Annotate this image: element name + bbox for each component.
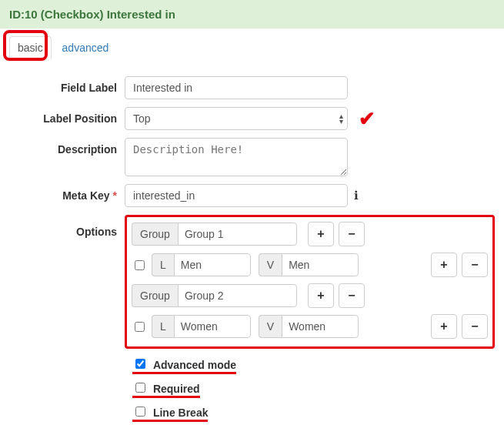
- annotation-check-mark: ✔: [359, 107, 375, 131]
- label-label-position: Label Position: [9, 107, 125, 125]
- label-advanced-mode: Advanced mode: [153, 359, 236, 371]
- tab-basic[interactable]: basic: [9, 36, 52, 59]
- textarea-description[interactable]: [125, 138, 348, 176]
- input-option-value[interactable]: [282, 315, 359, 338]
- label-options: Options: [9, 215, 125, 238]
- label-required: Required: [153, 383, 200, 395]
- addon-v: V: [259, 253, 282, 276]
- option-group-row: Group + −: [132, 222, 488, 246]
- option-item-row: L V + −: [132, 253, 488, 277]
- required-star-icon: *: [113, 189, 117, 202]
- checkbox-advanced-mode[interactable]: [135, 359, 145, 369]
- label-description: Description: [9, 138, 125, 156]
- checkbox-line-break[interactable]: [135, 407, 145, 417]
- addon-l: L: [152, 253, 174, 276]
- line-break-row: Line Break: [132, 404, 495, 422]
- advanced-mode-row: Advanced mode: [132, 356, 495, 374]
- input-option-label[interactable]: [174, 253, 251, 276]
- input-field-label[interactable]: [125, 76, 348, 99]
- option-default-checkbox[interactable]: [135, 322, 145, 332]
- input-option-label[interactable]: [174, 315, 251, 338]
- input-group-name[interactable]: [178, 223, 297, 246]
- label-field-label: Field Label: [9, 76, 125, 94]
- annotation-options-highlight: Group + − L V + −: [125, 215, 495, 349]
- remove-option-button[interactable]: −: [462, 314, 488, 339]
- option-group-row: Group + −: [132, 283, 488, 308]
- remove-group-button[interactable]: −: [339, 222, 365, 246]
- add-group-button[interactable]: +: [308, 222, 334, 246]
- remove-option-button[interactable]: −: [462, 253, 488, 277]
- add-group-button[interactable]: +: [308, 283, 334, 308]
- tab-advanced[interactable]: advanced: [55, 37, 117, 59]
- option-item-row: L V + −: [132, 314, 488, 339]
- label-line-break: Line Break: [153, 407, 209, 419]
- addon-l: L: [152, 315, 174, 338]
- remove-group-button[interactable]: −: [339, 283, 365, 308]
- option-default-checkbox[interactable]: [135, 260, 145, 270]
- checkbox-required[interactable]: [135, 383, 145, 393]
- input-meta-key[interactable]: [125, 184, 348, 207]
- input-option-value[interactable]: [282, 253, 359, 276]
- add-option-button[interactable]: +: [431, 253, 457, 277]
- add-option-button[interactable]: +: [431, 314, 457, 339]
- select-label-position[interactable]: Top: [125, 107, 348, 130]
- panel-header: ID:10 (Checkbox) Interested in: [0, 0, 504, 28]
- required-row: Required: [132, 380, 495, 398]
- info-icon[interactable]: ℹ: [354, 189, 359, 202]
- addon-group: Group: [132, 223, 178, 246]
- panel-title: ID:10 (Checkbox) Interested in: [9, 8, 175, 21]
- tabs: basic advanced: [0, 28, 504, 64]
- addon-v: V: [259, 315, 282, 338]
- input-group-name[interactable]: [178, 284, 297, 307]
- addon-group: Group: [132, 284, 178, 307]
- label-meta-key: Meta Key *: [9, 184, 125, 202]
